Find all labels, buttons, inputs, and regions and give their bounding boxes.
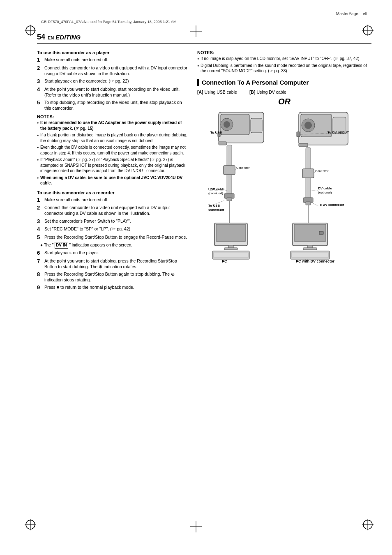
page-container: MasterPage: Left GR-DF570_470PAL_07Advan… (0, 0, 392, 555)
svg-text:Core filter: Core filter (236, 166, 250, 170)
step-a1-num: 1 (37, 57, 44, 63)
step-a5: 5 To stop dubbing, stop recording on the… (37, 99, 189, 111)
diagram-area: To USB Core filter USB cable (provided) (197, 108, 371, 281)
svg-rect-42 (214, 252, 248, 258)
step-b3: 3 Set the camcorder's Power Switch to "P… (37, 218, 189, 225)
reg-mark-top-left (25, 25, 36, 36)
master-page-label: MasterPage: Left (336, 12, 367, 16)
dv-in-box: DV IN (55, 242, 68, 249)
step-a2-num: 2 (37, 65, 44, 76)
step-b4-text: Set "REC MODE" to "SP" or "LP". (☞ pg. 4… (44, 226, 130, 233)
page-number: 54 (37, 33, 45, 41)
svg-text:USB cable: USB cable (208, 187, 225, 191)
two-col-layout: To use this camcorder as a player 1 Make… (37, 47, 371, 292)
note-r1-text: If no image is displayed on the LCD moni… (201, 56, 360, 61)
svg-rect-21 (219, 142, 227, 145)
or-label: OR (197, 97, 371, 106)
step-b9-num: 9 (37, 284, 44, 291)
svg-text:To USB: To USB (208, 204, 220, 207)
step-b7: 7 At the point you want to start dubbing… (37, 258, 189, 269)
note-a2: If a blank portion or disturbed image is… (37, 132, 189, 143)
notes-a-heading: NOTES: (37, 114, 189, 119)
step-a3-num: 3 (37, 78, 44, 85)
svg-rect-38 (216, 224, 246, 242)
svg-text:To DV IN/OUT: To DV IN/OUT (327, 131, 349, 134)
step-b5: 5 Press the Recording Start/Stop Button … (37, 234, 189, 241)
svg-rect-62 (306, 202, 311, 205)
svg-point-49 (304, 122, 312, 129)
note-a1: It is recommended to use the AC Adapter … (37, 120, 189, 131)
cable-labels: [A] Using USB cable [B] Using DV cable (197, 90, 371, 94)
svg-rect-18 (251, 118, 262, 133)
step-a4-text: At the point you want to start dubbing, … (44, 86, 189, 98)
svg-line-64 (313, 203, 318, 206)
step-a1-text: Make sure all units are turned off. (44, 57, 108, 63)
step-a1: 1 Make sure all units are turned off. (37, 57, 189, 63)
section-b-heading: To use this camcorder as a recorder (37, 190, 189, 195)
step-a2: 2 Connect this camcorder to a video unit… (37, 65, 189, 76)
step-b1-num: 1 (37, 197, 44, 203)
svg-text:PC: PC (222, 259, 227, 263)
step-a3-text: Start playback on the camcorder. (☞ pg. … (44, 78, 129, 85)
step-b8-text: Press the Recording Start/Stop Button ag… (44, 271, 189, 283)
content-area: 54 EN EDITING To use this camcorder as a… (37, 33, 371, 530)
cable-b-letter: [B] (249, 90, 256, 94)
step-b2-num: 2 (37, 205, 44, 216)
svg-text:DV cable: DV cable (318, 187, 332, 190)
connection-diagram: To USB Core filter USB cable (provided) (197, 108, 371, 281)
file-info: GR-DF570_470PAL_07Advanced.fm Page 54 Tu… (41, 20, 176, 24)
step-a3: 3 Start playback on the camcorder. (☞ pg… (37, 78, 189, 85)
step-b5-num: 5 (37, 234, 44, 241)
step-a4: 4 At the point you want to start dubbing… (37, 86, 189, 98)
cable-b-text: Using DV cable (256, 90, 286, 94)
notes-right-list: If no image is displayed on the LCD moni… (197, 56, 371, 74)
step-b4-num: 4 (37, 226, 44, 233)
step-a4-num: 4 (37, 86, 44, 98)
step-b3-num: 3 (37, 218, 44, 225)
note-r1: If no image is displayed on the LCD moni… (197, 56, 371, 62)
svg-text:connector: connector (208, 208, 224, 212)
note-a3-text: Even though the DV cable is connected co… (40, 145, 186, 155)
step-a2-text: Connect this camcorder to a video unit e… (44, 65, 189, 76)
svg-text:To USB: To USB (210, 131, 222, 134)
step-b8-num: 8 (37, 271, 44, 283)
svg-rect-71 (292, 252, 328, 258)
note-r2-text: Digital Dubbing is performed in the soun… (201, 63, 367, 74)
note-a5-text: When using a DV cable, be sure to use th… (40, 175, 182, 186)
page-en: EN (48, 35, 54, 40)
step-b5-text: Press the Recording Start/Stop Button to… (44, 234, 187, 241)
step-b1-text: Make sure all units are turned off. (44, 197, 108, 203)
svg-text:(optional): (optional) (318, 191, 332, 194)
cable-a-letter: [A] (197, 90, 203, 94)
svg-rect-40 (224, 248, 238, 250)
left-column: To use this camcorder as a player 1 Make… (37, 47, 189, 292)
svg-rect-50 (299, 143, 308, 147)
step-b7-num: 7 (37, 258, 44, 269)
note-a5: When using a DV cable, be sure to use th… (37, 175, 189, 186)
svg-rect-51 (297, 132, 300, 137)
page-title: EDITING (55, 34, 81, 41)
note-a4: If "Playback Zoom" (☞ pg. 27) or "Playba… (37, 157, 189, 174)
note-a3: Even though the DV cable is connected co… (37, 145, 189, 156)
svg-text:PC with DV connector: PC with DV connector (296, 259, 335, 263)
step-b6-num: 6 (37, 250, 44, 256)
step-b9-text: Press ■ to return to the normal playback… (44, 284, 134, 291)
step-b6-text: Start playback on the player. (44, 250, 99, 256)
step-b6: 6 Start playback on the player. (37, 250, 189, 256)
svg-rect-69 (303, 248, 317, 250)
step-b8: 8 Press the Recording Start/Stop Button … (37, 271, 189, 283)
page-header: 54 EN EDITING (37, 33, 371, 44)
cable-label-b: [B] Using DV cable (249, 90, 286, 94)
svg-rect-55 (302, 169, 314, 178)
note-a2-text: If a blank portion or disturbed image is… (40, 133, 187, 143)
section-a-heading: To use this camcorder as a player (37, 50, 189, 55)
step-b3-text: Set the camcorder's Power Switch to "PLA… (44, 218, 131, 225)
step-b2: 2 Connect this camcorder to a video unit… (37, 205, 189, 216)
cable-a-text: Using USB cable (205, 90, 237, 94)
right-column: NOTES: If no image is displayed on the L… (197, 47, 371, 292)
svg-rect-26 (224, 166, 235, 175)
connection-heading: Connection To A Personal Computer (197, 79, 371, 86)
step-b1: 1 Make sure all units are turned off. (37, 197, 189, 203)
step-b7-text: At the point you want to start dubbing, … (44, 258, 189, 269)
notes-a-list: It is recommended to use the AC Adapter … (37, 120, 189, 186)
